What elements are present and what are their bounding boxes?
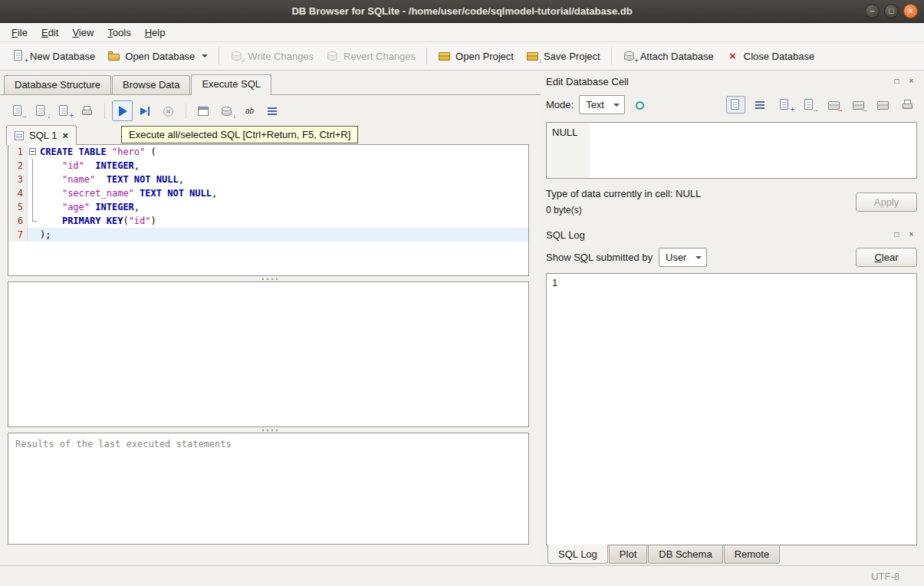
edit-cell-close-icon[interactable]: × [906,76,917,87]
attach-database-icon-badge: + [634,58,638,64]
open-project-label: Open Project [455,51,514,62]
execute-current-line-button[interactable] [135,100,156,121]
sql-tab-icon [15,131,24,140]
import-cell-data-button[interactable]: → [824,96,843,114]
attach-database-button[interactable]: +Attach Database [617,46,720,66]
sql-keyword: PRIMARY KEY [62,216,123,226]
mode-combobox[interactable]: Text [579,95,625,114]
close-button[interactable]: × [903,4,918,18]
word-wrap-cell-button[interactable] [751,96,770,114]
statusbar: UTF-8 [0,565,924,586]
tab-execute-sql[interactable]: Execute SQL [191,74,271,95]
dock-tab-remote[interactable]: Remote [724,545,781,564]
results-grid[interactable] [8,281,529,427]
maximize-button[interactable]: □ [884,4,899,18]
code-text[interactable]: "age" INTEGER, [38,200,528,214]
new-database-button[interactable]: +New Database [6,46,101,66]
close-database-button[interactable]: ×Close Database [720,46,821,66]
open-project-button[interactable]: Open Project [432,46,520,66]
attach-database-label: Attach Database [640,51,714,62]
titlebar[interactable]: DB Browser for SQLite - /home/user/code/… [0,0,924,23]
open-in-new-tab-button[interactable] [193,100,214,121]
sql-string: "hero" [112,146,145,157]
sql-text [95,174,106,185]
sql-log-area[interactable]: 1 [546,273,917,545]
splitter-grid-results[interactable] [0,427,541,433]
cell-type-text: Type of data currently in cell: NULL [546,188,856,199]
execute-all-button[interactable] [112,100,133,121]
revert-changes-button: ←Revert Changes [320,46,422,66]
code-text[interactable]: "id" INTEGER, [38,159,528,173]
open-sql-file-icon: → [12,105,25,117]
fold-marker[interactable] [28,145,38,159]
sql-tab-close-icon[interactable]: × [62,130,68,140]
save-sql-file-icon-badge: ↓ [48,113,51,120]
cell-value: NULL [552,127,577,138]
tab-database-structure[interactable]: Database Structure [4,75,111,94]
save-results-button[interactable]: ↓ [216,100,237,121]
save-project-button[interactable]: ↓Save Project [520,46,607,66]
line-number: 2 [8,159,28,173]
code-line-3: 3 "name" TEXT NOT NULL, [8,173,528,186]
save-sql-file-as-button[interactable]: + [54,100,74,121]
menu-tools[interactable]: Tools [100,25,137,41]
cell-info-row: Type of data currently in cell: NULL 0 b… [546,188,917,216]
set-null-button[interactable] [873,96,893,114]
copy-cell-button[interactable]: + [775,96,794,114]
log-filter-combobox[interactable]: User [659,248,707,267]
auto-apply-button[interactable] [630,96,649,114]
sql-log-float-icon[interactable]: □ [891,229,903,240]
sql-keyword: TEXT NOT NULL [140,188,212,199]
open-sql-file-icon-badge: → [21,113,28,120]
dock-tab-plot[interactable]: Plot [609,545,647,564]
chevron-down-icon [695,256,702,259]
find-replace-button[interactable]: ab [239,100,260,121]
log-filter-label: Show SQL submitted by [546,252,653,263]
open-cell-file-button[interactable]: → [800,96,819,114]
word-wrap-button[interactable] [262,100,283,121]
sql-editor[interactable]: 1CREATE TABLE "hero" (2 "id" INTEGER,3 "… [8,144,529,276]
sql-string: "secret_name" [62,188,134,199]
code-line-4: 4 "secret_name" TEXT NOT NULL, [8,186,528,200]
menu-help[interactable]: Help [138,25,173,41]
open-project-icon [438,50,451,62]
code-line-7: 7); [8,228,528,242]
dock-tab-sql-log[interactable]: SQL Log [547,545,608,564]
open-database-dropdown-arrow[interactable] [202,54,208,58]
dock-tab-db-schema[interactable]: DB Schema [648,545,722,564]
sql-text: , [179,174,184,185]
menubar: FileEditViewToolsHelp [0,23,924,42]
open-database-button[interactable]: Open Database [101,46,214,66]
code-text[interactable]: "secret_name" TEXT NOT NULL, [38,186,528,200]
splitter-editor-grid[interactable] [0,276,541,281]
export-cell-data-button[interactable]: → [849,96,868,114]
sql-text [40,160,62,171]
close-database-icon: × [726,50,739,62]
clear-button[interactable]: Clear [856,248,917,267]
cell-value-editor[interactable]: NULL [546,122,917,179]
splitter-handle [261,278,281,281]
menu-edit[interactable]: Edit [35,25,65,41]
code-text[interactable]: ); [38,228,528,242]
save-sql-file-button[interactable]: ↓ [31,100,51,121]
menu-file[interactable]: File [5,25,35,41]
execution-status-placeholder: Results of the last executed statements [15,439,232,449]
print-cell-button[interactable] [898,96,917,114]
code-text[interactable]: "name" TEXT NOT NULL, [38,173,528,186]
word-wrap-cell-icon [754,99,767,111]
execute-current-line-icon [139,105,152,117]
tab-browse-data[interactable]: Browse Data [112,75,190,94]
open-sql-file-button[interactable]: → [8,100,28,121]
sql-tab[interactable]: SQL 1 × [6,125,77,145]
sql-tab-label: SQL 1 [29,130,57,141]
sql-log-close-icon[interactable]: × [906,229,917,240]
edit-cell-float-icon[interactable]: □ [891,76,903,87]
code-text[interactable]: CREATE TABLE "hero" ( [38,145,528,159]
code-text[interactable]: PRIMARY KEY("id") [38,214,528,228]
menu-view[interactable]: View [65,25,100,41]
text-mode-button[interactable] [726,96,745,114]
code-line-6: 6 PRIMARY KEY("id") [8,214,528,228]
minimize-button[interactable]: − [865,4,880,18]
print-sql-button[interactable] [77,100,97,121]
sql-text: ( [145,146,156,157]
